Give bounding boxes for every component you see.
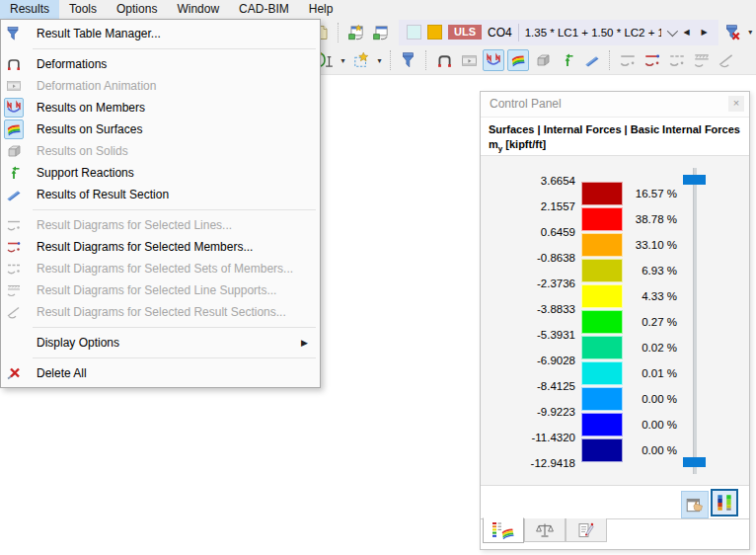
menu-item-label: Results of Result Section bbox=[37, 188, 169, 201]
uls-badge: ULS bbox=[448, 25, 482, 40]
control-panel-title: Control Panel bbox=[490, 97, 562, 111]
scale-value: -11.4320 bbox=[531, 431, 575, 444]
scale-band bbox=[581, 182, 623, 205]
load-case-group: ULS CO4 1.35 * LC1 + 1.50 * LC2 + 1... ◀… bbox=[399, 20, 718, 45]
menu-separator bbox=[33, 327, 316, 328]
menubar-item-cad-bim[interactable]: CAD-BIM bbox=[229, 0, 299, 19]
previous-case-button[interactable]: ◀ bbox=[681, 28, 693, 37]
menu-item-label: Result Diagrams for Selected Members... bbox=[37, 240, 253, 254]
color-swatch-orange[interactable] bbox=[427, 25, 442, 40]
menubar-item-results[interactable]: Results bbox=[0, 0, 59, 19]
toolbar-row-2: ▾ ▾ bbox=[314, 46, 737, 74]
filter-icon[interactable] bbox=[398, 49, 419, 71]
load-combination-value: 1.35 * LC1 + 1.50 * LC2 + 1... bbox=[525, 27, 661, 39]
results-menu-items: Result Table Manager...DeformationsDefor… bbox=[1, 23, 320, 384]
menu-item-support-reactions[interactable]: Support Reactions bbox=[1, 162, 320, 184]
results-on-surfaces-icon[interactable] bbox=[507, 49, 529, 71]
filter-table-icon bbox=[4, 24, 24, 43]
panel-tabs bbox=[483, 518, 607, 543]
tab-factors[interactable] bbox=[524, 518, 566, 542]
blank-icon bbox=[4, 333, 24, 353]
menu-item-label: Delete All bbox=[37, 366, 87, 380]
menu-item-results-on-members[interactable]: Results on Members bbox=[1, 97, 320, 119]
tab-display-factors[interactable] bbox=[566, 518, 607, 542]
section-icon bbox=[4, 185, 24, 204]
menubar-item-help[interactable]: Help bbox=[299, 0, 343, 19]
new-window-icon[interactable] bbox=[345, 22, 367, 43]
panel-options-button[interactable] bbox=[681, 491, 709, 518]
support-icon bbox=[4, 163, 24, 183]
menubar-item-options[interactable]: Options bbox=[107, 0, 167, 19]
color-scale-area: 3.66542.15570.6459-0.8638-2.3736-3.8833-… bbox=[481, 155, 749, 486]
toolbar-separator bbox=[338, 23, 340, 42]
menu-item-results-on-solids: Results on Solids bbox=[1, 140, 320, 162]
color-scale-options-button[interactable] bbox=[711, 489, 738, 516]
diagram-members-icon bbox=[4, 237, 24, 257]
toolbar-row-1: ULS CO4 1.35 * LC1 + 1.50 * LC2 + 1... ◀… bbox=[312, 19, 756, 45]
filter-caret-icon[interactable]: ▾ bbox=[746, 28, 755, 37]
result-diagrams-lines-icon[interactable] bbox=[617, 49, 639, 71]
results-display-caret-icon[interactable]: ▾ bbox=[339, 56, 347, 65]
scale-value: 0.6459 bbox=[541, 225, 575, 239]
scale-percent: 0.00 % bbox=[642, 418, 677, 432]
menu-item-result-table-manager[interactable]: Result Table Manager... bbox=[1, 23, 320, 44]
load-combination-select[interactable]: 1.35 * LC1 + 1.50 * LC2 + 1... bbox=[525, 27, 675, 39]
result-diagrams-line-supports-icon[interactable] bbox=[691, 49, 713, 71]
menu-item-result-diagrams-for-selected-result-sections: Result Diagrams for Selected Result Sect… bbox=[1, 301, 320, 323]
scale-band bbox=[581, 233, 623, 257]
animation-icon bbox=[4, 76, 24, 96]
scale-value: 2.1557 bbox=[541, 199, 575, 213]
menu-item-delete-all[interactable]: Delete All bbox=[1, 362, 320, 384]
result-diagrams-sets-icon[interactable] bbox=[666, 49, 688, 71]
menu-item-label: Result Diagrams for Selected Lines... bbox=[37, 218, 232, 232]
loads-display-caret-icon[interactable]: ▾ bbox=[375, 56, 384, 65]
menu-item-display-options[interactable]: Display Options▶ bbox=[1, 332, 320, 354]
scale-slider-track[interactable] bbox=[693, 168, 697, 474]
menu-item-label: Display Options bbox=[37, 336, 119, 350]
menu-separator bbox=[33, 209, 316, 210]
scale-band bbox=[581, 207, 623, 231]
results-on-solids-icon[interactable] bbox=[532, 49, 554, 71]
breadcrumb-text: Surfaces | Internal Forces | Basic Inter… bbox=[489, 123, 740, 135]
color-swatch-cyan[interactable] bbox=[407, 25, 421, 40]
results-on-members-icon[interactable] bbox=[483, 49, 504, 71]
next-case-button[interactable]: ▶ bbox=[699, 28, 711, 37]
scale-band bbox=[581, 259, 623, 282]
menu-item-results-on-surfaces[interactable]: Results on Surfaces bbox=[1, 119, 320, 140]
loads-display-icon[interactable] bbox=[350, 49, 372, 71]
scale-band bbox=[581, 438, 623, 462]
menu-item-label: Results on Solids bbox=[37, 144, 128, 158]
chevron-down-icon bbox=[666, 25, 677, 36]
menu-item-result-diagrams-for-selected-lines: Result Diagrams for Selected Lines... bbox=[1, 214, 320, 236]
deformation-animation-icon[interactable] bbox=[458, 49, 480, 71]
tab-color-scale[interactable] bbox=[483, 517, 524, 543]
result-diagrams-result-sections-icon[interactable] bbox=[716, 49, 737, 71]
scale-percent: 38.78 % bbox=[636, 212, 677, 226]
deformations-icon[interactable] bbox=[433, 49, 455, 71]
results-of-result-section-icon[interactable] bbox=[581, 49, 603, 71]
duplicate-window-icon[interactable] bbox=[370, 22, 392, 43]
menu-item-results-of-result-section[interactable]: Results of Result Section bbox=[1, 184, 320, 205]
menu-item-label: Deformation Animation bbox=[37, 79, 156, 93]
menu-item-label: Result Table Manager... bbox=[37, 27, 161, 40]
menu-item-label: Results on Members bbox=[37, 101, 145, 115]
scale-percent: 0.27 % bbox=[642, 315, 677, 329]
support-reactions-icon[interactable] bbox=[557, 49, 578, 71]
scale-percent: 0.01 % bbox=[642, 366, 677, 380]
control-panel: Control Panel × Surfaces | Internal Forc… bbox=[480, 91, 750, 550]
menu-separator bbox=[33, 357, 316, 358]
control-panel-title-bar[interactable]: Control Panel × bbox=[481, 92, 749, 118]
menu-item-result-diagrams-for-selected-members[interactable]: Result Diagrams for Selected Members... bbox=[1, 236, 320, 258]
menu-item-label: Result Diagrams for Selected Line Suppor… bbox=[37, 283, 276, 297]
filter-off-icon[interactable] bbox=[721, 22, 743, 43]
menu-item-deformations[interactable]: Deformations bbox=[1, 53, 320, 75]
scale-slider-handle-top[interactable] bbox=[683, 175, 706, 185]
menubar-item-tools[interactable]: Tools bbox=[59, 0, 107, 19]
close-icon[interactable]: × bbox=[728, 96, 744, 112]
scale-band bbox=[581, 413, 623, 436]
toolbar-separator bbox=[425, 50, 427, 70]
scale-slider-handle-bottom[interactable] bbox=[683, 457, 706, 467]
menubar-item-window[interactable]: Window bbox=[167, 0, 229, 19]
scale-band bbox=[581, 387, 623, 411]
result-diagrams-members-icon[interactable] bbox=[642, 49, 663, 71]
